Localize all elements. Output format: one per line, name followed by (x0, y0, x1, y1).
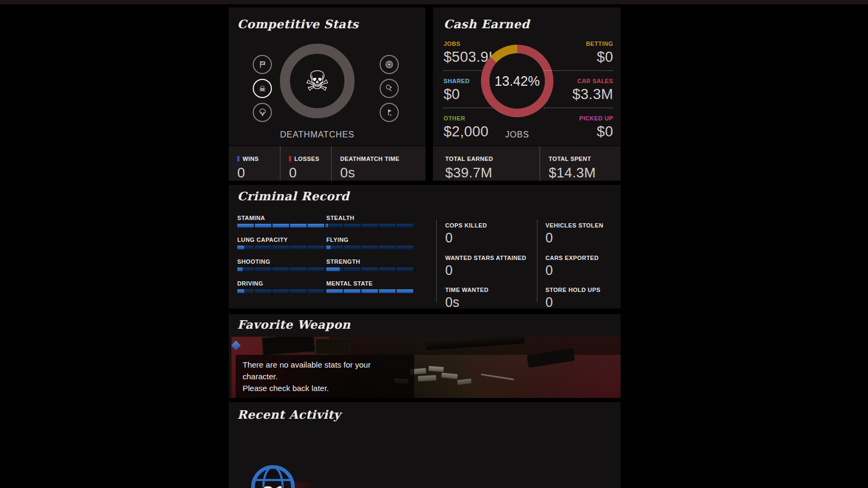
photo-rifle (426, 337, 525, 350)
darts-icon[interactable] (380, 55, 399, 74)
skill-flying: FLYING (326, 237, 414, 249)
weapon-photo: There are no available stats for your ch… (231, 337, 621, 398)
cash-item-car-sales: CAR SALES $3.3M (544, 76, 613, 103)
wins-marker (237, 156, 239, 161)
time-wanted-stat: TIME WANTED 0s (445, 284, 533, 310)
losses-marker (289, 156, 291, 161)
store-hold-ups-stat: STORE HOLD UPS 0 (545, 284, 620, 310)
recent-activity-title: Recent Activity (237, 408, 341, 421)
social-club-stats-page: { "page": {"background": "#000000", "top… (0, 0, 868, 488)
golf-icon[interactable] (380, 103, 399, 122)
category-icons-left: ☠ (253, 55, 272, 122)
photo-money-stack (441, 372, 458, 379)
stamina-bar (237, 224, 326, 227)
recent-activity-panel: Recent Activity 31 (229, 402, 621, 488)
flying-bar (326, 246, 414, 249)
cops-killed-stat: COPS KILLED 0 (445, 220, 533, 246)
favorite-weapon-panel: Favorite Weapon There are no available s… (229, 314, 621, 398)
category-icons-right (380, 55, 399, 122)
losses-stat: LOSSES 0 (280, 147, 331, 181)
photo-syringe (481, 373, 514, 380)
cash-earned-title: Cash Earned (444, 17, 529, 31)
cash-donut-label: JOBS (481, 130, 553, 140)
photo-money-stack (418, 375, 436, 381)
deathmatch-ring: ☠ (280, 44, 355, 118)
cash-item-picked-up: PICKED UP $0 (544, 113, 613, 140)
criminal-divider-2 (537, 220, 537, 302)
photo-briefcase (262, 337, 315, 355)
skill-bars-column-1: STAMINA LUNG CAPACITY SHOOTING DRIVING (237, 215, 326, 302)
skull-crossbones-icon: ☠ (305, 67, 330, 95)
cars-exported-stat: CARS EXPORTED 0 (545, 253, 620, 278)
strength-bar (326, 267, 414, 271)
rank-badge[interactable]: 31 (251, 465, 295, 488)
favorite-weapon-title: Favorite Weapon (237, 318, 351, 331)
total-spent-stat: TOTAL SPENT $14.3M (540, 147, 621, 181)
criminal-stats-column-1: COPS KILLED 0 WANTED STARS ATTAINED 0 TI… (445, 220, 533, 317)
cash-donut-chart: 13.42% (481, 45, 553, 117)
skill-bars-column-2: STEALTH FLYING STRENGTH MENTAL STATE (326, 215, 414, 302)
skill-lung-capacity: LUNG CAPACITY (237, 237, 326, 249)
cash-item-betting: BETTING $0 (544, 38, 613, 66)
total-earned-stat: TOTAL EARNED $39.7M (433, 147, 540, 181)
total-earned-value: $39.7M (445, 165, 540, 181)
competitive-stats-title: Competitive Stats (237, 17, 359, 31)
criminal-divider-1 (436, 220, 437, 302)
criminal-record-panel: Criminal Record STAMINA LUNG CAPACITY SH… (229, 185, 621, 308)
cash-footer: TOTAL EARNED $39.7M TOTAL SPENT $14.3M (433, 145, 621, 181)
top-bar (0, 0, 868, 4)
skill-stamina: STAMINA (237, 215, 326, 227)
photo-pistol (527, 348, 575, 368)
total-spent-value: $14.3M (549, 165, 621, 181)
wins-stat: WINS 0 (229, 147, 280, 181)
no-stats-message: There are no available stats for your ch… (236, 355, 414, 398)
skill-driving: DRIVING (237, 280, 326, 293)
wins-value: 0 (237, 165, 280, 181)
driving-bar (237, 289, 326, 293)
cash-legend-right: BETTING $0 CAR SALES $3.3M PICKED UP $0 (544, 38, 613, 140)
shooting-bar (237, 267, 326, 271)
competitive-footer: WINS 0 LOSSES 0 DEATHMATCH TIME 0s (229, 145, 425, 181)
competitive-category-ring: ☠ (280, 44, 355, 118)
criminal-record-title: Criminal Record (237, 189, 349, 203)
photo-box (316, 339, 350, 354)
photo-money-stack (429, 366, 444, 372)
skill-shooting: SHOOTING (237, 258, 326, 271)
deathmatch-time-stat: DEATHMATCH TIME 0s (331, 147, 425, 181)
cash-earned-panel: Cash Earned JOBS $503.9K SHARED $0 OTHER… (433, 7, 621, 181)
losses-value: 0 (289, 165, 331, 181)
skill-stealth: STEALTH (326, 215, 414, 227)
rank-badge-number: 31 (261, 481, 286, 488)
lung-capacity-bar (237, 246, 326, 249)
skill-mental-state: MENTAL STATE (326, 280, 414, 293)
races-icon[interactable] (253, 55, 272, 74)
cash-donut-percent: 13.42% (495, 74, 540, 89)
photo-money-stack (457, 378, 472, 385)
mental-state-bar (326, 289, 414, 293)
skill-strength: STRENGTH (326, 258, 414, 271)
tennis-icon[interactable] (380, 79, 399, 98)
wanted-stars-stat: WANTED STARS ATTAINED 0 (445, 253, 533, 278)
blue-gem-detail (231, 340, 241, 350)
parachuting-icon[interactable] (253, 103, 272, 122)
vehicles-stolen-stat: VEHICLES STOLEN 0 (545, 220, 620, 246)
criminal-stats-column-2: VEHICLES STOLEN 0 CARS EXPORTED 0 STORE … (545, 220, 620, 317)
deathmatches-icon[interactable]: ☠ (253, 79, 272, 98)
stealth-bar (326, 224, 414, 227)
deathmatch-time-value: 0s (340, 165, 425, 181)
selected-category-label: DEATHMATCHES (264, 130, 371, 140)
competitive-stats-panel: Competitive Stats ☠ ☠ DEATHMATCHES (229, 7, 425, 181)
